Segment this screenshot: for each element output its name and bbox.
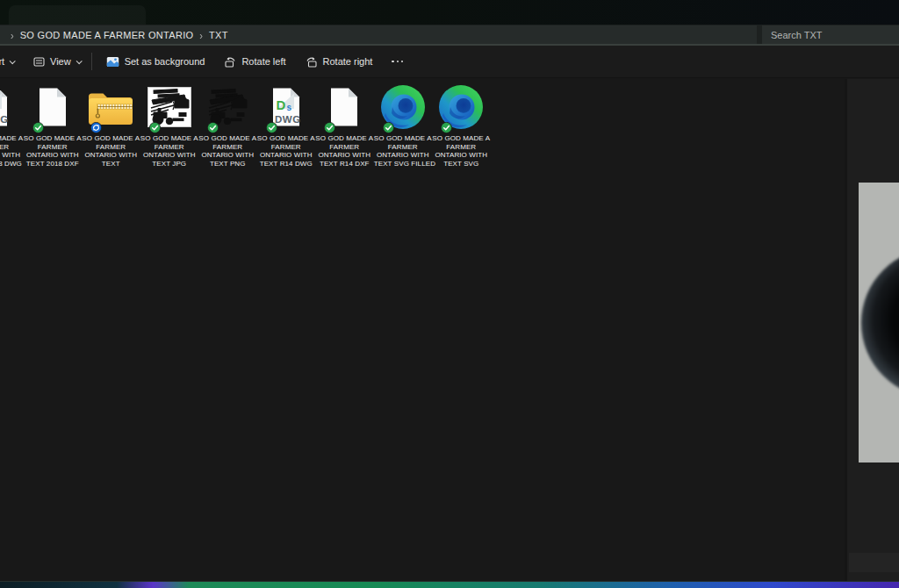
- svg-text:DWG: DWG: [275, 114, 301, 125]
- explorer-tab[interactable]: [9, 5, 146, 25]
- file-label: SO GOD MADE AFARMERONTARIO WITHTEXT JPG: [140, 134, 198, 168]
- rotate-right-icon: [306, 56, 318, 68]
- svg-text:D: D: [276, 97, 285, 112]
- rotate-left-icon: [224, 56, 236, 68]
- address-bar: › SO GOD MADE A FARMER ONTARIO › TXT Sea…: [0, 25, 899, 46]
- screen: › SO GOD MADE A FARMER ONTARIO › TXT Sea…: [0, 0, 899, 588]
- file-item[interactable]: D s DWG SO GOD MADE AFARMERONTARIO WITHT…: [0, 81, 24, 168]
- synced-check-icon: [266, 122, 277, 133]
- file-label: SO GOD MADE AFARMERONTARIO WITHTEXT 2018…: [24, 134, 82, 168]
- rotate-left-button[interactable]: Rotate left: [219, 52, 291, 72]
- synced-check-icon: [324, 122, 335, 133]
- view-icon: [33, 56, 45, 68]
- file-label: SO GOD MADE AFARMERONTARIO WITHTEXT 2018…: [0, 134, 23, 168]
- chevron-right-icon: ›: [11, 29, 14, 41]
- synced-check-icon: [383, 122, 394, 133]
- sphere-graphic: [861, 248, 899, 398]
- rotate-right-button[interactable]: Rotate right: [300, 52, 378, 72]
- search-placeholder: Search TXT: [771, 30, 823, 40]
- file-label: SO GOD MADE AFARMERONTARIO WITHTEXT R14 …: [315, 134, 373, 168]
- file-label: SO GOD MADE AFARMERONTARIO WITHTEXT PNG: [198, 134, 256, 168]
- breadcrumb[interactable]: › SO GOD MADE A FARMER ONTARIO › TXT: [0, 25, 757, 45]
- file-list: D s DWG SO GOD MADE AFARMERONTARIO WITHT…: [0, 79, 845, 581]
- file-item[interactable]: D s DWG SO GOD MADE AFARMERONTARIO WITHT…: [257, 81, 316, 168]
- preview-image: [859, 183, 899, 463]
- chevron-down-icon: [10, 58, 16, 64]
- more-options-button[interactable]: [385, 55, 410, 68]
- breadcrumb-item-folder[interactable]: SO GOD MADE A FARMER ONTARIO: [20, 30, 194, 40]
- file-item[interactable]: SO GOD MADE AFARMERONTARIO WITHTEXT JPG: [140, 81, 199, 168]
- file-item[interactable]: SO GOD MADE AFARMERONTARIO WITHTEXT R14 …: [315, 81, 374, 168]
- file-label: SO GOD MADE AFARMERONTARIO WITHTEXT SVG: [432, 134, 490, 168]
- wallpaper-icon: [106, 56, 119, 68]
- syncing-arrows-icon: [90, 122, 102, 133]
- svg-text:s: s: [286, 103, 291, 112]
- file-item[interactable]: SO GOD MADE AFARMERONTARIO WITHTEXT: [82, 81, 140, 168]
- file-item[interactable]: SO GOD MADE AFARMERONTARIO WITHTEXT SVG: [432, 81, 491, 168]
- view-button[interactable]: View: [28, 52, 86, 72]
- window-titlebar[interactable]: [0, 0, 899, 25]
- sort-button[interactable]: Sort: [0, 52, 21, 71]
- file-item[interactable]: SO GOD MADE AFARMERONTARIO WITHTEXT SVG …: [374, 81, 433, 168]
- sort-label: Sort: [0, 56, 4, 67]
- synced-check-icon: [207, 122, 219, 133]
- synced-check-icon: [32, 122, 44, 133]
- background-window-footer: [849, 553, 899, 572]
- file-item[interactable]: SO GOD MADE AFARMERONTARIO WITHTEXT PNG: [198, 81, 257, 168]
- desktop-wallpaper-strip: [0, 581, 899, 588]
- rotate-right-label: Rotate right: [323, 56, 373, 67]
- synced-check-icon: [441, 122, 452, 133]
- synced-check-icon: [149, 122, 161, 133]
- file-icon: D s DWG: [0, 81, 24, 133]
- set-background-button[interactable]: Set as background: [101, 52, 211, 72]
- svg-text:DWG: DWG: [0, 114, 9, 125]
- command-toolbar: Sort View Set as background: [0, 46, 899, 78]
- file-label: SO GOD MADE AFARMERONTARIO WITHTEXT: [82, 134, 140, 168]
- rotate-left-label: Rotate left: [241, 56, 285, 67]
- file-item[interactable]: SO GOD MADE AFARMERONTARIO WITHTEXT 2018…: [24, 81, 83, 168]
- breadcrumb-item-current[interactable]: TXT: [209, 30, 228, 40]
- file-label: SO GOD MADE AFARMERONTARIO WITHTEXT SVG …: [374, 134, 432, 168]
- toolbar-separator: [91, 53, 92, 70]
- file-label: SO GOD MADE AFARMERONTARIO WITHTEXT R14 …: [257, 134, 315, 168]
- search-input[interactable]: Search TXT: [762, 25, 899, 45]
- chevron-down-icon: [76, 58, 82, 64]
- dwg-file-icon: D s DWG: [0, 87, 10, 127]
- chevron-right-icon: ›: [199, 29, 203, 41]
- background-window[interactable]: [845, 79, 899, 581]
- view-label: View: [50, 56, 71, 67]
- see-more-icon: [392, 61, 394, 63]
- set-background-label: Set as background: [125, 56, 205, 67]
